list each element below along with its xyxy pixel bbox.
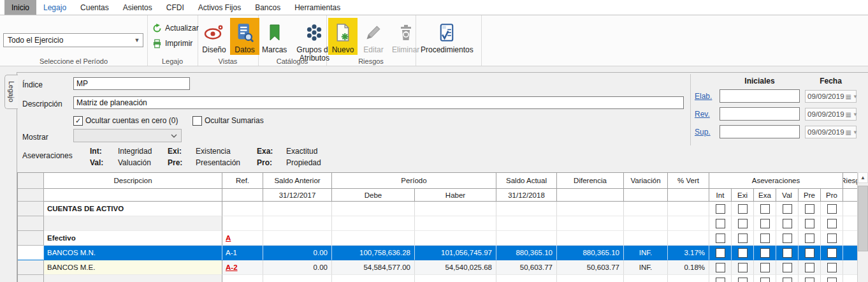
cell-riesg[interactable] (843, 260, 857, 275)
cell-pre[interactable] (799, 202, 821, 216)
descripcion-input[interactable] (73, 96, 684, 109)
cell-exa[interactable] (754, 202, 776, 216)
cell-exi[interactable] (732, 260, 754, 275)
cell-debe[interactable] (332, 231, 415, 246)
cell-riesg[interactable] (843, 246, 857, 260)
row-selector[interactable] (18, 202, 44, 216)
tab-asientos[interactable]: Asientos (116, 0, 159, 15)
checkbox[interactable] (783, 204, 792, 214)
checkbox[interactable] (738, 204, 748, 214)
checkbox[interactable] (783, 248, 792, 258)
cell-debe[interactable] (332, 202, 415, 216)
tab-activos-fijos[interactable]: Activos Fijos (191, 0, 248, 15)
checkbox[interactable] (783, 234, 792, 243)
tab-cuentas[interactable]: Cuentas (73, 0, 116, 15)
cell-haber[interactable] (415, 275, 496, 282)
diseno-button[interactable]: Diseño (199, 18, 229, 55)
cell-pre[interactable] (799, 246, 821, 260)
cell-ref[interactable] (222, 216, 263, 231)
cell-exi[interactable] (732, 202, 754, 216)
cell-saldo-actual[interactable]: 50,603.77 (496, 260, 557, 275)
datos-button[interactable]: Datos (230, 18, 259, 55)
cell-variacion[interactable] (624, 202, 668, 216)
cell-exi[interactable] (732, 216, 754, 231)
checkbox[interactable] (827, 204, 837, 214)
ref-link[interactable]: A (226, 234, 231, 242)
checkbox[interactable] (805, 234, 814, 243)
cell-val[interactable] (776, 260, 799, 275)
checkbox[interactable] (716, 219, 725, 228)
checkbox[interactable] (827, 278, 837, 282)
imprimir-button[interactable]: Imprimir (152, 37, 198, 50)
cell-descripcion[interactable] (44, 275, 222, 282)
cell-pre[interactable] (799, 275, 821, 282)
sup-date-picker[interactable]: 09/09/2019 ▦▼ (805, 126, 857, 138)
cell-val[interactable] (776, 275, 799, 282)
ocultar-sumarias-checkbox[interactable] (192, 116, 202, 126)
cell-debe[interactable] (332, 275, 415, 282)
cell-descripcion[interactable]: Efectivo (44, 231, 222, 246)
checkbox[interactable] (783, 263, 792, 272)
cell-diferencia[interactable] (557, 231, 624, 246)
cell-riesg[interactable] (843, 216, 857, 231)
cell-pre[interactable] (799, 216, 821, 231)
cell-saldo-actual[interactable] (496, 231, 557, 246)
cell-diferencia[interactable] (557, 202, 624, 216)
cell-exi[interactable] (732, 275, 754, 282)
sup-link[interactable]: Sup. (695, 128, 711, 137)
cell-vert[interactable] (668, 216, 709, 231)
cell-variacion[interactable] (624, 231, 668, 246)
ref-link[interactable]: A-2 (226, 263, 238, 271)
cell-ref[interactable]: A-1 (222, 246, 263, 260)
checkbox[interactable] (738, 278, 748, 282)
checkbox[interactable] (738, 234, 748, 243)
cell-int[interactable] (709, 260, 732, 275)
cell-pro[interactable] (821, 202, 843, 216)
cell-descripcion[interactable]: BANCOS M.N. (44, 246, 222, 260)
cell-riesg[interactable] (843, 202, 857, 216)
cell-debe[interactable]: 100,758,636.28 (332, 246, 415, 260)
checkbox[interactable] (738, 219, 748, 228)
checkbox[interactable] (760, 219, 770, 228)
marcas-button[interactable]: Marcas (259, 18, 289, 55)
checkbox[interactable] (805, 204, 814, 214)
cell-descripcion[interactable]: BANCOS M.E. (44, 260, 222, 275)
cell-diferencia[interactable]: 50,603.77 (557, 260, 624, 275)
checkbox[interactable] (716, 263, 725, 272)
row-selector[interactable] (18, 246, 44, 260)
cell-vert[interactable] (668, 275, 709, 282)
cell-pre[interactable] (799, 231, 821, 246)
cell-debe[interactable] (332, 216, 415, 231)
scroll-up-button[interactable]: ▲ (858, 172, 868, 183)
cell-pro[interactable] (821, 246, 843, 260)
cell-pro[interactable] (821, 216, 843, 231)
period-combobox[interactable]: Todo el Ejercicio ▼ (3, 33, 143, 47)
cell-variacion[interactable]: INF. (624, 260, 668, 275)
cell-haber[interactable] (415, 216, 496, 231)
cell-diferencia[interactable] (557, 275, 624, 282)
tab-legajo[interactable]: Legajo (36, 0, 73, 15)
tab-cfdi[interactable]: CFDI (159, 0, 191, 15)
cell-vert[interactable] (668, 202, 709, 216)
checkbox[interactable] (760, 248, 770, 258)
row-selector[interactable] (18, 275, 44, 282)
indice-input[interactable] (73, 77, 190, 90)
cell-exa[interactable] (754, 231, 776, 246)
cell-saldo-anterior[interactable] (263, 231, 332, 246)
cell-saldo-anterior[interactable] (263, 216, 332, 231)
cell-diferencia[interactable]: 880,365.10 (557, 246, 624, 260)
cell-saldo-actual[interactable] (496, 216, 557, 231)
sup-iniciales-input[interactable] (720, 125, 800, 138)
cell-val[interactable] (776, 246, 799, 260)
elab-date-picker[interactable]: 09/09/2019 ▦▼ (805, 90, 857, 103)
cell-vert[interactable]: 3.17% (668, 246, 709, 260)
checkbox[interactable] (805, 278, 814, 282)
checkbox[interactable] (760, 234, 770, 243)
cell-saldo-actual[interactable] (496, 275, 557, 282)
nuevo-button[interactable]: Nuevo (328, 18, 358, 55)
checkbox[interactable] (827, 234, 837, 243)
cell-descripcion[interactable] (44, 216, 222, 231)
rev-link[interactable]: Rev. (695, 110, 710, 119)
tab-bancos[interactable]: Bancos (248, 0, 287, 15)
rev-date-picker[interactable]: 09/09/2019 ▦▼ (805, 108, 857, 121)
